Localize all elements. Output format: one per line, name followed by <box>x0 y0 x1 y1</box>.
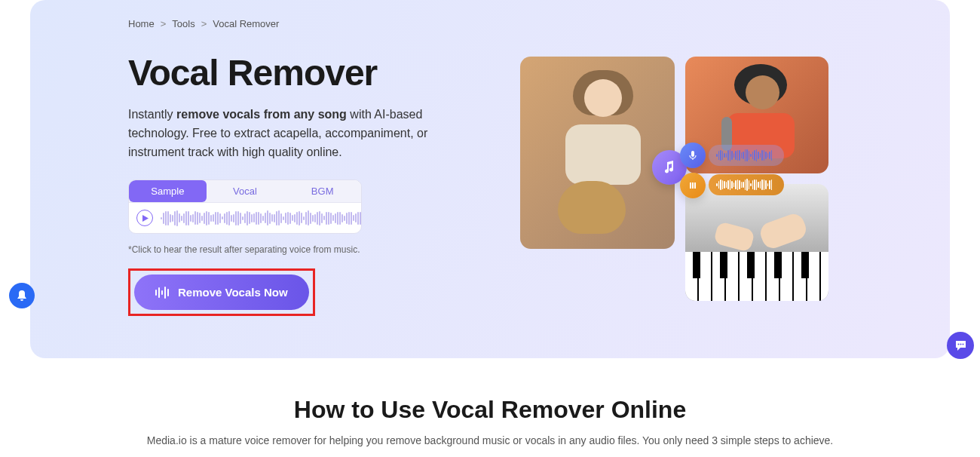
chat-icon <box>954 339 967 352</box>
section-desc: Media.io is a mature voice remover for h… <box>0 434 980 446</box>
play-icon <box>142 215 149 222</box>
svg-point-9 <box>957 343 959 345</box>
mic-icon <box>680 143 706 168</box>
preview-tabs: Sample Vocal BGM <box>129 180 361 203</box>
chevron-right-icon: > <box>161 18 167 29</box>
bell-icon <box>16 290 28 302</box>
svg-rect-5 <box>691 151 694 157</box>
breadcrumb-tools[interactable]: Tools <box>172 18 194 29</box>
waveform-pill-blue <box>709 145 784 166</box>
breadcrumb-current: Vocal Remover <box>213 18 279 29</box>
waveform-row <box>129 203 361 233</box>
svg-point-11 <box>962 343 963 345</box>
waveform-icon <box>155 287 170 299</box>
chevron-right-icon: > <box>201 18 207 29</box>
breadcrumb: Home > Tools > Vocal Remover <box>128 18 890 29</box>
breadcrumb-home[interactable]: Home <box>128 18 155 29</box>
tab-sample[interactable]: Sample <box>129 180 207 202</box>
page-title: Vocal Remover <box>128 52 475 94</box>
section-title: How to Use Vocal Remover Online <box>0 396 980 424</box>
image-piano <box>685 184 828 301</box>
remove-vocals-button[interactable]: Remove Vocals Now <box>134 275 309 310</box>
svg-rect-2 <box>161 290 163 295</box>
svg-rect-3 <box>164 287 166 299</box>
hero-images <box>520 52 890 316</box>
hero-section: Home > Tools > Vocal Remover Vocal Remov… <box>30 0 950 358</box>
play-button[interactable] <box>136 210 153 226</box>
svg-rect-6 <box>690 182 691 189</box>
instrument-icon <box>680 173 706 198</box>
svg-rect-0 <box>155 290 157 296</box>
cta-highlight-box: Remove Vocals Now <box>128 268 315 316</box>
svg-rect-4 <box>167 289 169 296</box>
tab-vocal[interactable]: Vocal <box>207 180 284 202</box>
image-guitar-player <box>520 57 675 249</box>
waveform-icon <box>161 209 362 227</box>
svg-rect-7 <box>692 182 694 189</box>
svg-point-10 <box>960 343 961 345</box>
svg-rect-8 <box>694 182 696 189</box>
chat-button[interactable] <box>947 332 974 359</box>
hero-copy: Vocal Remover Instantly remove vocals fr… <box>128 52 475 316</box>
hint-text: *Click to hear the result after separati… <box>128 244 475 255</box>
tab-bgm[interactable]: BGM <box>283 180 361 202</box>
subheading: Instantly remove vocals from any song wi… <box>128 106 475 161</box>
notifications-button[interactable] <box>9 283 35 308</box>
cta-label: Remove Vocals Now <box>178 286 288 299</box>
how-to-section: How to Use Vocal Remover Online Media.io… <box>0 358 980 446</box>
waveform-pill-orange <box>709 174 784 195</box>
svg-rect-1 <box>158 287 160 298</box>
audio-preview-player: Sample Vocal BGM <box>128 179 362 234</box>
